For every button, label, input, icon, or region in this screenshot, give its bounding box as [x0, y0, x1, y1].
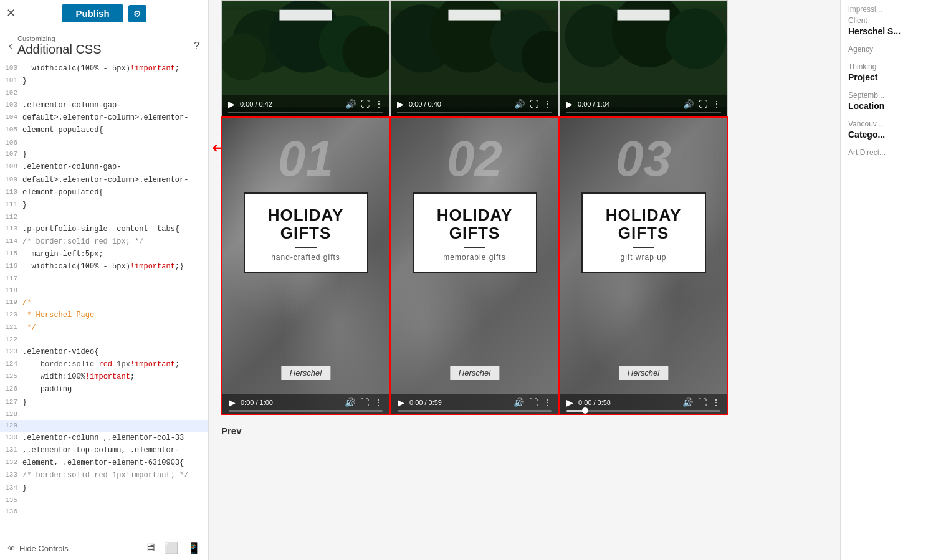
code-line-106: 106	[0, 137, 208, 149]
line-content: ,.elementor-top-column, .elementor-	[22, 444, 208, 457]
line-number: 131	[0, 444, 22, 456]
line-content	[22, 334, 208, 335]
number-2: 02	[447, 130, 502, 187]
line-number: 101	[0, 75, 22, 87]
desktop-icon[interactable]: 🖥	[145, 541, 156, 555]
tablet-icon[interactable]: ⬜	[165, 541, 178, 555]
line-content: }	[22, 199, 208, 211]
video-overlay-bottom-1: ▶ 0:00 / 1:00 🔊 ⛶ ⋮	[222, 394, 389, 414]
code-line-114: 114/* border:solid red 1px; */	[0, 235, 208, 248]
control-icons-2: 🔊 ⛶ ⋮	[514, 99, 552, 109]
play-button-3[interactable]: ▶	[566, 99, 573, 109]
play-button-1[interactable]: ▶	[228, 99, 235, 109]
sidebar-field-agency: Agency	[848, 45, 944, 54]
control-icons-b2: 🔊 ⛶ ⋮	[514, 397, 552, 407]
line-content: /* border:solid red 1px!important; */	[22, 469, 208, 482]
customizer-header: ‹ Customizing Additional CSS ?	[0, 27, 208, 62]
back-button[interactable]: ‹	[9, 39, 12, 52]
herschel-logo-3: Herschel	[619, 366, 668, 380]
volume-icon-3[interactable]: 🔊	[683, 99, 694, 109]
code-line-125: 125 width:100%!important;	[0, 371, 208, 383]
progress-bar-3[interactable]	[566, 112, 721, 113]
code-line-121: 121 */	[0, 321, 208, 334]
location-value: Vancouv...	[848, 120, 944, 128]
progress-bar-b2[interactable]	[398, 410, 552, 412]
date-label: Septemb...	[848, 91, 944, 100]
line-number: 122	[0, 334, 22, 346]
sidebar-field-location: Vancouv... Catego...	[848, 120, 944, 140]
more-icon-2[interactable]: ⋮	[543, 99, 552, 109]
publish-button[interactable]: Publish	[62, 4, 123, 22]
volume-icon-b1[interactable]: 🔊	[345, 397, 355, 407]
fullscreen-icon-b1[interactable]: ⛶	[360, 397, 369, 407]
bokeh-bg-3: 03 HOLIDAYGIFTS gift wrap up Herschel	[560, 118, 727, 414]
progress-bar-b3[interactable]	[566, 410, 720, 412]
line-number: 110	[0, 186, 22, 198]
volume-icon-1[interactable]: 🔊	[345, 99, 356, 109]
line-number: 135	[0, 495, 22, 506]
art-direct-label: Art Direct...	[848, 148, 944, 157]
line-content	[22, 137, 208, 138]
holiday-title-2: HOLIDAYGIFTS	[431, 206, 519, 242]
sidebar-field-date: Septemb... Location	[848, 91, 944, 111]
eye-icon: 👁	[7, 544, 16, 553]
video-controls-b2: ▶ 0:00 / 0:59 🔊 ⛶ ⋮	[398, 397, 552, 407]
play-button-b3[interactable]: ▶	[566, 397, 573, 407]
line-content: .elementor-column-gap-	[22, 161, 208, 173]
line-number: 116	[0, 260, 22, 272]
line-content	[22, 409, 208, 409]
bokeh-bg-2: 02 HOLIDAYGIFTS memorable gifts Herschel	[391, 118, 558, 414]
mobile-icon[interactable]: 📱	[187, 541, 201, 555]
line-content: .elementor-video{	[22, 346, 208, 358]
code-line-131: 131,.elementor-top-column, .elementor-	[0, 444, 208, 457]
more-icon-b2[interactable]: ⋮	[543, 397, 552, 407]
line-content: margin-left:5px;	[22, 248, 208, 260]
play-button-b1[interactable]: ▶	[229, 397, 236, 407]
progress-bar-2[interactable]	[397, 112, 552, 113]
fullscreen-icon-1[interactable]: ⛶	[361, 99, 370, 109]
impression-text: impressi...	[848, 5, 944, 14]
bokeh-bg-1: 01 HOLIDAYGIFTS hand-crafted gifts Hersc…	[222, 118, 389, 414]
fullscreen-icon-3[interactable]: ⛶	[699, 99, 707, 109]
code-editor[interactable]: 100 width:calc(100% - 5px)!important;101…	[0, 62, 208, 536]
code-line-129: 129	[0, 420, 208, 432]
line-content: .p-portfolio-single__content__tabs{	[22, 223, 208, 235]
line-number: 106	[0, 137, 22, 149]
more-icon-b3[interactable]: ⋮	[712, 397, 720, 407]
fullscreen-icon-b2[interactable]: ⛶	[529, 397, 538, 407]
video-controls-1: ▶ 0:00 / 0:42 🔊 ⛶ ⋮	[228, 99, 383, 109]
agency-label: Agency	[848, 45, 944, 54]
line-number: 129	[0, 420, 22, 432]
prev-label[interactable]: Prev	[221, 425, 242, 436]
control-icons-b1: 🔊 ⛶ ⋮	[345, 397, 383, 407]
play-button-2[interactable]: ▶	[397, 99, 404, 109]
code-line-133: 133/* border:solid red 1px!important; */	[0, 469, 208, 482]
more-icon-1[interactable]: ⋮	[375, 99, 383, 109]
line-number: 107	[0, 148, 22, 160]
client-value: Herschel S...	[848, 26, 944, 36]
help-icon[interactable]: ?	[194, 40, 199, 52]
settings-button[interactable]: ⚙	[128, 5, 146, 22]
left-panel: ✕ Publish ⚙ ‹ Customizing Additional CSS…	[0, 0, 209, 560]
more-icon-b1[interactable]: ⋮	[374, 397, 383, 407]
play-button-b2[interactable]: ▶	[398, 397, 404, 407]
code-line-127: 127}	[0, 396, 208, 409]
code-line-119: 119/*	[0, 297, 208, 309]
volume-icon-b3[interactable]: 🔊	[682, 397, 693, 407]
progress-bar-1[interactable]	[228, 112, 383, 113]
volume-icon-b2[interactable]: 🔊	[514, 397, 524, 407]
volume-icon-2[interactable]: 🔊	[514, 99, 525, 109]
bottom-bar: 👁 Hide Controls 🖥 ⬜ 📱	[0, 536, 208, 560]
line-content	[22, 273, 208, 273]
progress-bar-b1[interactable]	[229, 410, 383, 412]
code-line-109: 109default>.elementor-column>.elementor-	[0, 174, 208, 186]
close-button[interactable]: ✕	[6, 6, 16, 20]
more-icon-3[interactable]: ⋮	[712, 99, 721, 109]
fullscreen-icon-2[interactable]: ⛶	[530, 99, 538, 109]
hide-controls-button[interactable]: 👁 Hide Controls	[7, 544, 69, 553]
number-1: 01	[278, 130, 333, 187]
code-line-123: 123.elementor-video{	[0, 346, 208, 358]
time-display-1: 0:00 / 0:42	[240, 100, 272, 108]
red-arrow: ➔	[212, 140, 223, 156]
fullscreen-icon-b3[interactable]: ⛶	[698, 397, 707, 407]
